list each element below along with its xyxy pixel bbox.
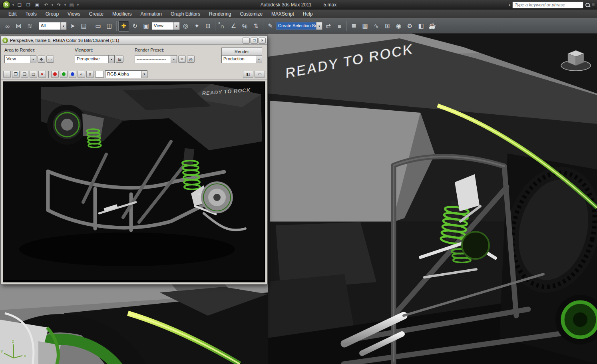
menu-customize[interactable]: Customize [235, 10, 267, 18]
chevron-down-icon[interactable]: ▾ [256, 56, 262, 63]
toolbar-toggle-icon[interactable]: ▭ [255, 71, 265, 78]
align-icon[interactable]: ≡ [334, 21, 345, 32]
save-image-icon[interactable]: ↓ [3, 71, 11, 78]
selection-filter-dropdown[interactable]: All ▾ [39, 22, 67, 30]
menu-help[interactable]: Help [298, 10, 317, 18]
menu-modifiers[interactable]: Modifiers [108, 10, 136, 18]
infocenter-expand-icon[interactable]: ▸ [509, 3, 511, 7]
unlink-selection-icon[interactable]: ⋈ [13, 21, 24, 32]
rectangular-selection-region-icon[interactable]: ▭ [93, 21, 103, 32]
percent-snap-icon[interactable]: % [239, 21, 250, 32]
lock-viewport-icon[interactable]: ⊟ [116, 56, 123, 63]
print-image-icon[interactable]: ▤ [30, 71, 37, 78]
communication-center-icon[interactable]: ≡ [592, 2, 595, 8]
undo-icon[interactable]: ↶ [42, 1, 50, 8]
rfw-title-bar[interactable]: S Perspective, frame 0, RGBA Color 16 Bi… [1, 36, 267, 45]
render-setup-small-icon[interactable]: ☕ [178, 56, 186, 63]
green-channel-icon[interactable] [60, 71, 68, 78]
select-by-name-icon[interactable]: ▤ [78, 21, 89, 32]
angle-snap-icon[interactable]: ∠ [228, 21, 239, 32]
use-pivot-center-icon[interactable]: ◎ [180, 21, 191, 32]
curve-editor-icon[interactable]: ∿ [371, 21, 382, 32]
toolbar-separator [215, 21, 215, 31]
rendered-frame-window[interactable]: S Perspective, frame 0, RGBA Color 16 Bi… [1, 36, 267, 284]
menu-create[interactable]: Create [85, 10, 108, 18]
menu-views[interactable]: Views [63, 10, 85, 18]
layout-toggle-icon[interactable]: ◧ [243, 71, 253, 78]
menu-group[interactable]: Group [41, 10, 63, 18]
environment-small-icon[interactable]: ◎ [187, 56, 195, 63]
render-mode-dropdown[interactable]: Production ▾ [221, 55, 262, 63]
project-folder-icon[interactable]: ▤ [68, 1, 76, 8]
axis-z-label: z [12, 339, 14, 344]
select-object-icon[interactable]: ➤ [67, 21, 78, 32]
chevron-down-icon[interactable]: ▾ [60, 22, 66, 30]
monochrome-channel-icon[interactable]: ◐ [78, 71, 85, 78]
reference-coordinate-dropdown[interactable]: View ▾ [152, 22, 180, 30]
select-and-link-icon[interactable]: ∞ [2, 21, 13, 32]
background-color-swatch[interactable] [95, 71, 104, 78]
chevron-down-icon[interactable]: ▾ [30, 56, 36, 63]
clear-image-icon[interactable]: ✕ [38, 71, 46, 78]
red-channel-icon[interactable] [51, 71, 59, 78]
chevron-down-icon[interactable]: ▾ [171, 56, 177, 63]
chevron-down-icon[interactable]: ▾ [316, 22, 322, 30]
bind-to-space-warp-icon[interactable]: ≋ [24, 21, 35, 32]
minimize-icon[interactable]: — [243, 38, 250, 44]
menu-animation[interactable]: Animation [136, 10, 166, 18]
undo-caret-icon[interactable]: ▾ [50, 3, 54, 7]
window-crossing-icon[interactable]: ◫ [104, 21, 115, 32]
redo-caret-icon[interactable]: ▾ [63, 3, 67, 7]
area-to-render-dropdown[interactable]: View ▾ [4, 55, 36, 63]
maximize-icon[interactable]: ❐ [251, 38, 258, 44]
menu-graph-editors[interactable]: Graph Editors [166, 10, 205, 18]
app-menu-caret-icon[interactable]: ▾ [11, 3, 15, 7]
menu-maxscript[interactable]: MAXScript [267, 10, 298, 18]
schematic-view-icon[interactable]: ⊞ [382, 21, 393, 32]
menu-tools[interactable]: Tools [21, 10, 41, 18]
render-preset-value: -------------------- [135, 56, 171, 63]
select-and-move-icon[interactable]: ✚ [118, 21, 129, 32]
viewport-dropdown[interactable]: Perspective ▾ [75, 55, 115, 63]
rendered-frame-window-icon[interactable]: ◧ [416, 21, 426, 32]
open-file-icon[interactable]: ❐ [24, 1, 32, 8]
auto-region-icon[interactable]: ▭ [46, 56, 54, 63]
snaps-toggle-icon[interactable]: 3∩ [217, 21, 228, 32]
manage-layers-icon[interactable]: ≣ [348, 21, 359, 32]
edit-named-selection-sets-icon[interactable]: ✎ [265, 21, 276, 32]
search-icon[interactable] [585, 2, 590, 8]
select-and-manipulate-icon[interactable]: ✦ [191, 21, 202, 32]
menu-edit[interactable]: Edit [4, 10, 21, 18]
render-preset-label: Render Preset: [135, 48, 164, 52]
rendered-image[interactable]: READY TO ROCK [3, 81, 265, 282]
graphite-modeling-tools-icon[interactable]: ▦ [360, 21, 370, 32]
menu-rendering[interactable]: Rendering [205, 10, 235, 18]
select-and-rotate-icon[interactable]: ↻ [129, 21, 140, 32]
blue-channel-icon[interactable] [69, 71, 76, 78]
clone-rendered-frame-icon[interactable]: ❏ [21, 71, 28, 78]
render-production-icon[interactable]: ☕ [427, 21, 438, 32]
chevron-down-icon[interactable]: ▾ [173, 22, 179, 30]
new-scene-icon[interactable]: ❏ [16, 1, 24, 8]
channel-display-dropdown[interactable]: RGB Alpha ▾ [105, 70, 147, 78]
redo-icon[interactable]: ↷ [55, 1, 63, 8]
alpha-channel-icon[interactable]: α [86, 71, 94, 78]
select-and-scale-icon[interactable]: ▣ [141, 21, 151, 32]
chevron-down-icon[interactable]: ▾ [108, 56, 114, 63]
render-setup-icon[interactable]: ⚙ [404, 21, 415, 32]
app-logo-icon[interactable]: S [2, 1, 10, 9]
keyboard-override-icon[interactable]: ⊟ [203, 21, 213, 32]
material-editor-icon[interactable]: ◉ [393, 21, 404, 32]
close-icon[interactable]: ✕ [259, 38, 266, 44]
search-input[interactable] [512, 2, 583, 8]
render-button[interactable]: Render [221, 47, 262, 56]
render-preset-dropdown[interactable]: -------------------- ▾ [135, 55, 177, 63]
toolbar-options-caret-icon[interactable]: ▾ [76, 3, 80, 7]
named-selection-sets-dropdown[interactable]: Create Selection Se ▾ [276, 22, 322, 30]
pan-region-icon[interactable]: ✥ [38, 56, 45, 63]
save-file-icon[interactable]: ▣ [33, 1, 41, 8]
copy-image-icon[interactable]: ❐ [12, 71, 20, 78]
chevron-down-icon[interactable]: ▾ [141, 71, 147, 78]
spinner-snap-icon[interactable]: ⇅ [251, 21, 261, 32]
mirror-icon[interactable]: ⇄ [323, 21, 334, 32]
